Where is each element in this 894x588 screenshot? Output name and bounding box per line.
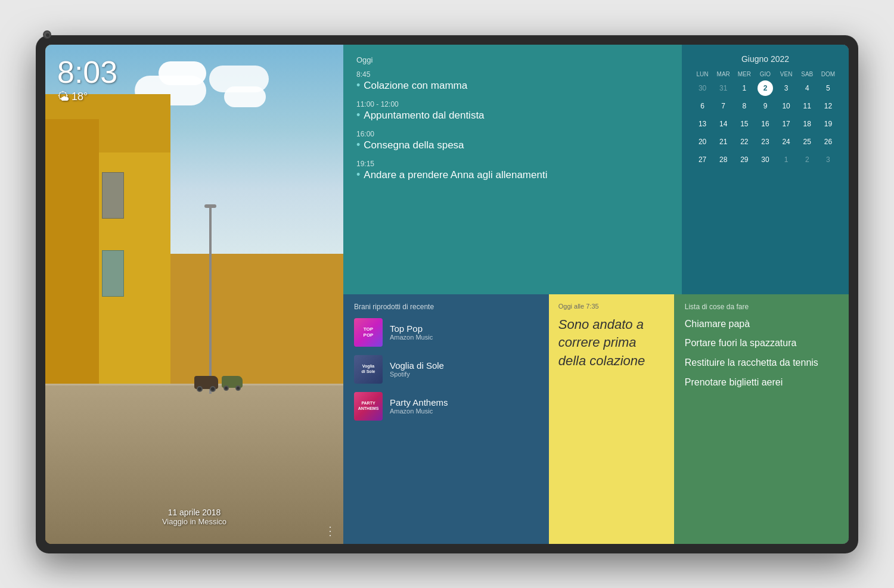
cal-day-30b: 30: [758, 152, 773, 167]
cal-day-7: 7: [716, 98, 731, 114]
wheel-4: [235, 385, 241, 391]
device-frame: 8:03 🌤 18° 11 aprile 2018 Viaggio in Mes…: [36, 35, 858, 553]
cal-day-27: 27: [695, 152, 710, 167]
music-item-voglia[interactable]: Vogliadi Sole Voglia di Sole Spotify: [354, 355, 538, 384]
cal-header-gio: GIO: [755, 70, 775, 79]
agenda-item-1: 8:45 • Colazione con mamma: [356, 70, 669, 92]
cal-day-30a: 30: [695, 80, 710, 96]
music-thumb-party: PARTYANTHEMS: [354, 392, 383, 421]
cal-day-13: 13: [695, 116, 710, 132]
cal-day-16: 16: [758, 116, 773, 132]
cal-header-mar: MAR: [713, 70, 733, 79]
cal-header-lun: LUN: [693, 70, 712, 79]
window-2: [102, 172, 125, 219]
todo-item-3: Restituire la racchetta da tennis: [685, 357, 838, 369]
thumb-label-party: PARTYANTHEMS: [358, 401, 379, 411]
agenda-text-3: Consegna della spesa: [364, 139, 464, 151]
cal-day-2b: 2: [799, 152, 815, 167]
bike-1: [194, 376, 218, 389]
cal-day-11: 11: [799, 98, 815, 114]
street-scene-bg: 8:03 🌤 18° 11 aprile 2018 Viaggio in Mes…: [45, 45, 343, 544]
agenda-title-2: • Appuntamento dal dentista: [356, 110, 669, 122]
cal-day-10: 10: [778, 98, 794, 114]
music-item-party[interactable]: PARTYANTHEMS Party Anthems Amazon Music: [354, 392, 538, 421]
music-title-top-pop: Top Pop: [390, 323, 433, 334]
cal-day-5: 5: [820, 80, 836, 96]
todo-item-1: Chiamare papà: [685, 318, 838, 331]
cal-day-28: 28: [716, 152, 731, 167]
calendar-header: Giugno 2022: [693, 54, 838, 64]
cal-day-26: 26: [820, 134, 836, 150]
todo-item-4: Prenotare biglietti aerei: [685, 377, 838, 389]
wheel-1: [197, 386, 203, 392]
agenda-title-4: • Andare a prendere Anna agli allenament…: [356, 169, 669, 181]
lamp-top: [204, 204, 216, 208]
note-timestamp: Oggi alle 7:35: [558, 303, 665, 310]
todo-panel: Lista di cose da fare Chiamare papà Port…: [674, 294, 849, 544]
agenda-item-3: 16:00 • Consegna della spesa: [356, 130, 669, 151]
cal-day-31a: 31: [716, 80, 731, 96]
weather-icon: 🌤: [57, 90, 69, 104]
cal-day-25: 25: [799, 134, 815, 150]
cloud-4: [224, 86, 266, 107]
cal-header-dom: DOM: [818, 70, 838, 79]
todo-header: Lista di cose da fare: [685, 303, 838, 311]
wheel-3: [224, 385, 229, 391]
agenda-text-2: Appuntamento dal dentista: [364, 110, 484, 122]
agenda-dot-2: •: [356, 110, 360, 122]
agenda-title-1: • Colazione con mamma: [356, 80, 669, 92]
cal-day-1: 1: [737, 80, 752, 96]
music-header: Brani riprodotti di recente: [354, 303, 538, 311]
music-info-party: Party Anthems Amazon Music: [390, 397, 448, 415]
bottom-row: Brani riprodotti di recente TOPPOP Top P…: [343, 294, 849, 544]
cal-day-17: 17: [778, 116, 794, 132]
cal-header-ven: VEN: [777, 70, 796, 79]
cal-day-2-today[interactable]: 2: [758, 80, 773, 96]
agenda-item-4: 19:15 • Andare a prendere Anna agli alle…: [356, 160, 669, 181]
music-title-party: Party Anthems: [390, 397, 448, 407]
music-thumb-top-pop: TOPPOP: [354, 318, 383, 347]
temperature: 18°: [72, 91, 88, 103]
photo-dots[interactable]: ⋮: [324, 524, 337, 538]
cal-day-3b: 3: [820, 152, 836, 167]
calendar-grid: LUN MAR MER GIO VEN SAB DOM 30 31 1 2: [693, 70, 838, 168]
music-source-top-pop: Amazon Music: [390, 334, 433, 341]
agenda-dot-3: •: [356, 139, 360, 151]
cal-day-24: 24: [778, 134, 794, 150]
agenda-text-4: Andare a prendere Anna agli allenamenti: [364, 169, 547, 181]
music-item-top-pop[interactable]: TOPPOP Top Pop Amazon Music: [354, 318, 538, 347]
cal-day-15: 15: [737, 116, 752, 132]
note-panel: Oggi alle 7:35 Sono andato a correre pri…: [549, 294, 674, 544]
agenda-time-4: 19:15: [356, 160, 669, 168]
agenda-time-2: 11:00 - 12:00: [356, 100, 669, 108]
cal-day-8: 8: [737, 98, 752, 114]
thumb-label-voglia: Vogliadi Sole: [362, 364, 375, 374]
music-thumb-voglia: Vogliadi Sole: [354, 355, 383, 384]
agenda-panel: Oggi 8:45 • Colazione con mamma 11:00 - …: [343, 45, 682, 294]
lamp-pole: [209, 204, 212, 394]
right-panel: Oggi 8:45 • Colazione con mamma 11:00 - …: [343, 45, 849, 544]
cal-day-14: 14: [716, 116, 731, 132]
agenda-dot-1: •: [356, 80, 360, 92]
cal-day-4: 4: [799, 80, 815, 96]
todo-item-2: Portare fuori la spazzatura: [685, 337, 838, 350]
motorbikes: [194, 376, 243, 389]
bike-2: [222, 376, 243, 388]
cal-day-19: 19: [820, 116, 836, 132]
cal-day-6: 6: [695, 98, 710, 114]
music-title-voglia: Voglia di Sole: [390, 360, 444, 371]
agenda-time-3: 16:00: [356, 130, 669, 138]
music-panel: Brani riprodotti di recente TOPPOP Top P…: [343, 294, 549, 544]
cal-day-29: 29: [737, 152, 752, 167]
music-source-party: Amazon Music: [390, 407, 448, 415]
cal-header-sab: SAB: [797, 70, 817, 79]
thumb-label-top-pop: TOPPOP: [364, 326, 374, 338]
device-screen: 8:03 🌤 18° 11 aprile 2018 Viaggio in Mes…: [45, 45, 849, 544]
clock-overlay: 8:03 🌤 18°: [57, 57, 117, 104]
agenda-text-1: Colazione con mamma: [364, 80, 467, 92]
cal-day-12: 12: [820, 98, 836, 114]
weather-display: 🌤 18°: [57, 90, 117, 104]
photo-area: 8:03 🌤 18° 11 aprile 2018 Viaggio in Mes…: [45, 45, 343, 544]
photo-caption: 11 aprile 2018 Viaggio in Messico: [45, 508, 343, 526]
cal-header-mer: MER: [734, 70, 754, 79]
